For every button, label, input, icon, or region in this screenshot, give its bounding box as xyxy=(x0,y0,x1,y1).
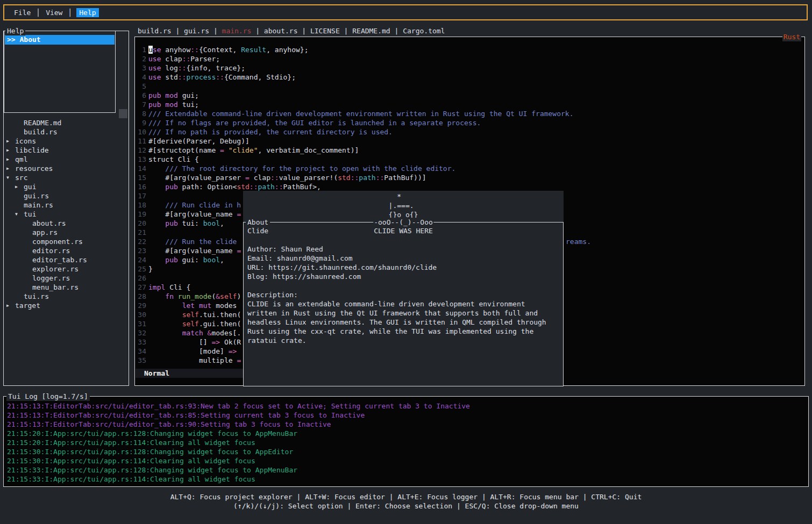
tree-item-logger.rs[interactable]: logger.rs xyxy=(4,274,128,283)
help-dropdown-title: Help xyxy=(5,26,25,35)
chevron-expanded-icon: ▼ xyxy=(15,210,24,219)
menu-bar: File│View│Help xyxy=(3,4,808,20)
code-line-16[interactable]: 16 pub path: Option<std::path::PathBuf>, xyxy=(138,182,803,191)
code-line-9[interactable]: 9/// If no flags are provided, the GUI e… xyxy=(138,118,803,127)
code-text: #[structopt(name = "clide", verbatim_doc… xyxy=(148,146,359,155)
tree-item-app.rs[interactable]: app.rs xyxy=(4,228,128,237)
tree-item-label: tui.rs xyxy=(24,292,49,301)
tree-item-component.rs[interactable]: component.rs xyxy=(4,237,128,246)
tree-item-build.rs[interactable]: build.rs xyxy=(4,127,128,137)
menu-item-file[interactable]: File xyxy=(14,9,31,17)
tab-about.rs[interactable]: about.rs xyxy=(264,27,298,35)
tab-Cargo.toml[interactable]: Cargo.toml xyxy=(403,27,445,35)
tree-item-tui[interactable]: ▼tui xyxy=(4,210,128,219)
code-text: self.tui.then( xyxy=(148,310,241,319)
line-number: 3 xyxy=(138,63,146,73)
tab-README.md[interactable]: README.md xyxy=(352,27,390,35)
code-line-8[interactable]: 8/// Extendable command-line driven deve… xyxy=(138,109,803,118)
tree-item-target[interactable]: ▶target xyxy=(4,301,128,310)
tree-item-menu_bar.rs[interactable]: menu_bar.rs xyxy=(4,283,128,292)
line-number: 8 xyxy=(138,109,146,118)
tree-item-qml[interactable]: ▶qml xyxy=(4,155,128,164)
text-cursor: u xyxy=(148,46,153,54)
file-tree: README.mdbuild.rs▶icons▶libclide▶qml▶res… xyxy=(4,118,128,310)
code-line-2[interactable]: 2use clap::Parser; xyxy=(138,54,803,63)
tree-item-gui[interactable]: ▶gui xyxy=(4,182,128,191)
tree-item-README.md[interactable]: README.md xyxy=(4,118,128,127)
tree-item-main.rs[interactable]: main.rs xyxy=(4,200,128,210)
tree-item-libclide[interactable]: ▶libclide xyxy=(4,146,128,155)
tree-item-label: libclide xyxy=(15,146,49,155)
code-text: /// The root directory for the project t… xyxy=(148,164,455,173)
tree-item-explorer.rs[interactable]: explorer.rs xyxy=(4,264,128,274)
menu-separator: │ xyxy=(36,9,40,17)
line-number: 12 xyxy=(138,146,146,155)
tree-item-label: about.rs xyxy=(32,219,66,228)
chevron-collapsed-icon: ▶ xyxy=(6,146,15,155)
code-text: #[arg(value_name = xyxy=(148,246,241,255)
tree-item-about.rs[interactable]: about.rs xyxy=(4,219,128,228)
line-number: 9 xyxy=(138,118,146,127)
description-label: Description: xyxy=(247,290,559,299)
line-number: 27 xyxy=(138,283,146,292)
log-panel: Tui Log [log=1.7/s] 21:15:13:T:EditorTab… xyxy=(3,396,809,487)
tree-item-icons[interactable]: ▶icons xyxy=(4,137,128,146)
tab-separator: | xyxy=(209,27,222,35)
tree-item-label: gui xyxy=(24,182,36,191)
code-line-4[interactable]: 4use std::process::{Command, Stdio}; xyxy=(138,73,803,82)
tree-item-label: build.rs xyxy=(24,127,58,137)
tab-separator: | xyxy=(172,27,184,35)
code-line-12[interactable]: 12#[structopt(name = "clide", verbatim_d… xyxy=(138,146,803,155)
line-number: 14 xyxy=(138,164,146,173)
tree-item-label: component.rs xyxy=(32,237,83,246)
tree-item-src[interactable]: ▼src xyxy=(4,173,128,182)
line-number: 1 xyxy=(138,45,146,54)
menu-item-view[interactable]: View xyxy=(46,9,62,17)
line-number: 21 xyxy=(138,228,146,237)
code-line-11[interactable]: 11#[derive(Parser, Debug)] xyxy=(138,137,803,146)
line-number: 11 xyxy=(138,137,146,146)
app-tagline: CLIDE WAS HERE xyxy=(374,226,433,235)
code-line-1[interactable]: 1use anyhow::{Context, Result, anyhow}; xyxy=(138,45,803,54)
code-text: self.gui.then( xyxy=(148,319,241,328)
tree-item-editor_tab.rs[interactable]: editor_tab.rs xyxy=(4,255,128,264)
tree-item-gui.rs[interactable]: gui.rs xyxy=(4,191,128,200)
ascii-art-legs: -ooO--(_)--Ooo xyxy=(373,218,433,227)
mode-indicator: Normal xyxy=(144,369,169,377)
code-line-15[interactable]: 15 #[arg(value_parser = clap::value_pars… xyxy=(138,173,803,182)
tree-item-label: README.md xyxy=(24,118,61,127)
code-text: use log::{info, trace}; xyxy=(148,63,245,73)
code-line-14[interactable]: 14 /// The root directory for the projec… xyxy=(138,164,803,173)
code-line-10[interactable]: 10/// If no path is provided, the curren… xyxy=(138,127,803,137)
tree-item-label: menu_bar.rs xyxy=(32,283,79,292)
line-number: 30 xyxy=(138,310,146,319)
menu-item-help[interactable]: Help xyxy=(76,8,98,17)
code-line-6[interactable]: 6pub mod gui; xyxy=(138,91,803,100)
tree-item-label: main.rs xyxy=(24,200,53,210)
description-line: ratatui crate. xyxy=(247,336,559,345)
explorer-scrollbar-thumb[interactable] xyxy=(119,109,127,118)
log-panel-title: Tui Log [log=1.7/s] xyxy=(6,392,90,401)
code-line-3[interactable]: 3use log::{info, trace}; xyxy=(138,63,803,73)
tab-build.rs[interactable]: build.rs xyxy=(138,27,172,35)
log-line: 21:15:30:I:App:src/tui/app.rs:114:Cleari… xyxy=(7,456,808,465)
tree-item-resources[interactable]: ▶resources xyxy=(4,164,128,173)
tree-item-editor.rs[interactable]: editor.rs xyxy=(4,246,128,255)
chevron-collapsed-icon: ▶ xyxy=(6,164,15,173)
code-text: #[arg(value_parser = clap::value_parser!… xyxy=(148,173,426,182)
line-number: 19 xyxy=(138,210,146,219)
tab-LICENSE[interactable]: LICENSE xyxy=(310,27,340,35)
line-number: 13 xyxy=(138,155,146,164)
code-line-7[interactable]: 7pub mod tui; xyxy=(138,100,803,109)
dropdown-item-about[interactable]: >> About xyxy=(5,35,115,45)
log-line: 21:15:13:T:EditorTab:src/tui/editor_tab.… xyxy=(7,401,808,411)
code-line-5[interactable]: 5 xyxy=(138,82,803,91)
tab-separator: | xyxy=(390,27,403,35)
tab-gui.rs[interactable]: gui.rs xyxy=(184,27,209,35)
tree-item-tui.rs[interactable]: tui.rs xyxy=(4,292,128,301)
chevron-expanded-icon: ▼ xyxy=(6,173,15,182)
code-line-13[interactable]: 13struct Cli { xyxy=(138,155,803,164)
code-text: /// If no flags are provided, the GUI ed… xyxy=(148,118,481,127)
log-line: 21:15:13:T:EditorTab:src/tui/editor_tab.… xyxy=(7,411,808,420)
tab-main.rs[interactable]: main.rs xyxy=(222,27,252,35)
